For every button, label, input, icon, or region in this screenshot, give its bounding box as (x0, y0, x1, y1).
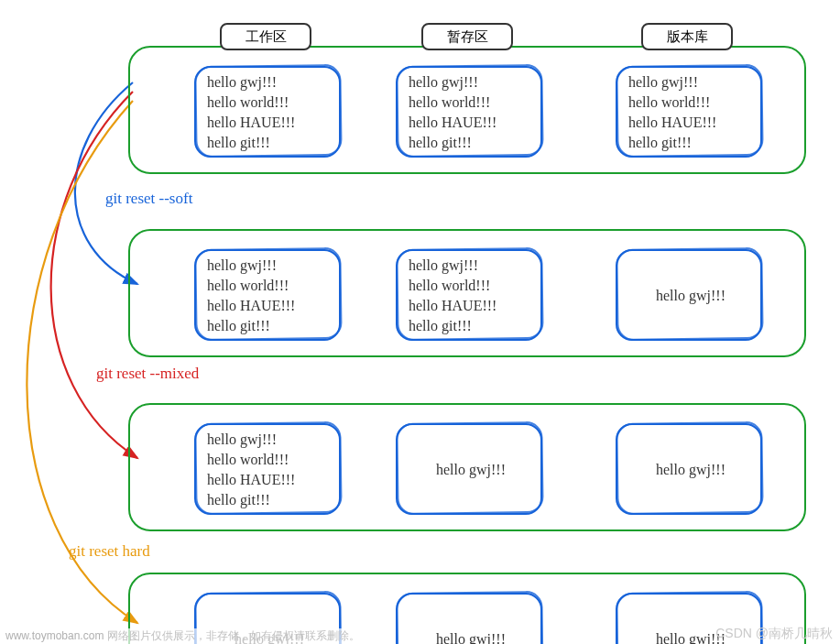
text-line: hello HAUE!!! (409, 297, 533, 315)
text-line: hello gwj!!! (409, 461, 533, 479)
box-stage-mixed: hello gwj!!! (396, 423, 542, 515)
watermark-author: CSDN @南桥几晴秋 (715, 626, 833, 642)
text-line: hello world!!! (409, 93, 533, 112)
text-line: hello gwj!!! (628, 461, 753, 479)
text-line: hello HAUE!!! (628, 114, 753, 132)
watermark-text: 网络图片仅供展示，非存储，如有侵权请联系删除。 (104, 629, 359, 642)
text-line: hello gwj!!! (628, 73, 753, 92)
box-repo-mixed: hello gwj!!! (616, 423, 762, 515)
text-line: hello gwj!!! (207, 73, 332, 92)
text-line: hello gwj!!! (409, 73, 533, 92)
text-line: hello git!!! (409, 317, 533, 335)
text-line: hello world!!! (207, 93, 332, 112)
box-stage-soft: hello gwj!!! hello world!!! hello HAUE!!… (396, 249, 542, 341)
text-line: hello git!!! (628, 134, 753, 152)
text-line: hello git!!! (207, 134, 332, 152)
text-line: hello world!!! (207, 277, 332, 295)
text-line: hello gwj!!! (207, 431, 332, 449)
text-line: hello git!!! (207, 317, 332, 335)
text-line: hello git!!! (207, 491, 332, 509)
text-line: hello gwj!!! (409, 630, 533, 644)
text-line: hello gwj!!! (628, 287, 753, 305)
text-line: hello gwj!!! (409, 257, 533, 275)
text-line: hello HAUE!!! (207, 297, 332, 315)
text-line: hello world!!! (207, 451, 332, 469)
box-stage-initial: hello gwj!!! hello world!!! hello HAUE!!… (396, 66, 542, 158)
text-line: hello HAUE!!! (207, 471, 332, 489)
header-working-dir: 工作区 (220, 23, 311, 50)
label-soft: git reset --soft (105, 190, 192, 208)
box-repo-soft: hello gwj!!! (616, 249, 762, 341)
text-line: hello HAUE!!! (409, 114, 533, 132)
header-staging: 暂存区 (421, 23, 513, 50)
watermark-domain: www.toymoban.com (5, 629, 104, 642)
box-work-soft: hello gwj!!! hello world!!! hello HAUE!!… (194, 249, 341, 341)
box-stage-hard: hello gwj!!! (396, 593, 542, 644)
state-soft: hello gwj!!! hello world!!! hello HAUE!!… (128, 229, 806, 357)
label-hard: git reset hard (69, 542, 150, 561)
text-line: hello gwj!!! (207, 257, 332, 275)
arrow-mixed (51, 92, 137, 458)
state-initial: hello gwj!!! hello world!!! hello HAUE!!… (128, 46, 806, 174)
state-mixed: hello gwj!!! hello world!!! hello HAUE!!… (128, 403, 806, 531)
watermark-source: www.toymoban.com 网络图片仅供展示，非存储，如有侵权请联系删除。 (2, 628, 364, 644)
header-repo: 版本库 (641, 23, 733, 50)
label-mixed: git reset --mixed (96, 365, 199, 383)
box-repo-initial: hello gwj!!! hello world!!! hello HAUE!!… (616, 66, 762, 158)
text-line: hello HAUE!!! (207, 114, 332, 132)
text-line: hello world!!! (628, 93, 753, 112)
text-line: hello git!!! (409, 134, 533, 152)
box-work-mixed: hello gwj!!! hello world!!! hello HAUE!!… (194, 423, 341, 515)
text-line: hello world!!! (409, 277, 533, 295)
box-work-initial: hello gwj!!! hello world!!! hello HAUE!!… (194, 66, 341, 158)
